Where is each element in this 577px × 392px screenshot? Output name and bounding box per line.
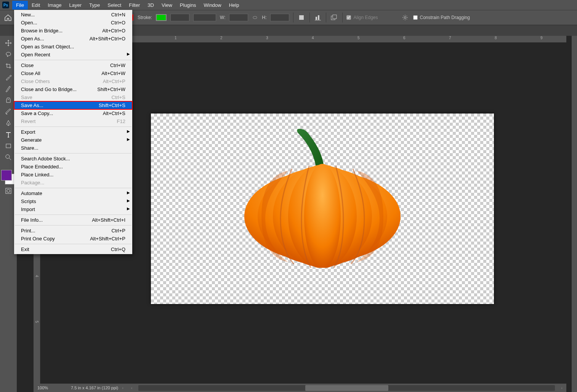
brush-tool[interactable] <box>2 84 14 94</box>
submenu-arrow-icon: ▶ <box>127 52 130 56</box>
menu-item-browse-in-bridge[interactable]: Browse in Bridge...Alt+Ctrl+O <box>14 27 132 35</box>
chevron-right-icon[interactable]: › <box>118 386 127 390</box>
svg-point-6 <box>404 17 406 19</box>
chevron-left-icon[interactable]: ‹ <box>127 386 136 390</box>
menu-item-open-as[interactable]: Open As...Alt+Shift+Ctrl+O <box>14 35 132 43</box>
menu-item-print-one-copy[interactable]: Print One CopyAlt+Shift+Ctrl+P <box>14 235 132 243</box>
svg-rect-7 <box>6 144 11 148</box>
align-edges-checkbox[interactable]: Align Edges <box>346 15 378 20</box>
submenu-arrow-icon: ▶ <box>127 190 130 195</box>
width-input[interactable] <box>229 14 248 21</box>
menu-item-import[interactable]: Import▶ <box>14 205 132 213</box>
stroke-swatch[interactable] <box>156 14 167 21</box>
menu-item-open-recent[interactable]: Open Recent▶ <box>14 51 132 59</box>
menu-item-automate[interactable]: Automate▶ <box>14 189 132 197</box>
menu-item-place-embedded[interactable]: Place Embedded... <box>14 163 132 171</box>
submenu-arrow-icon: ▶ <box>127 206 130 211</box>
menu-item-save-a-copy[interactable]: Save a Copy...Alt+Ctrl+S <box>14 109 132 117</box>
w-label: W: <box>220 15 225 20</box>
gear-icon[interactable] <box>401 14 409 21</box>
menu-item-close-and-go-to-bridge[interactable]: Close and Go to Bridge...Shift+Ctrl+W <box>14 85 132 93</box>
right-rail <box>572 36 577 392</box>
svg-rect-2 <box>318 15 319 20</box>
pen-tool[interactable] <box>2 118 14 128</box>
menu-item-file-info[interactable]: File Info...Alt+Shift+Ctrl+I <box>14 216 132 224</box>
zoom-level[interactable]: 100% <box>34 386 64 390</box>
menu-layer[interactable]: Layer <box>66 1 86 10</box>
svg-point-11 <box>7 189 10 192</box>
svg-rect-0 <box>299 15 304 20</box>
rectangle-tool[interactable] <box>2 141 14 151</box>
menu-item-open-as-smart-object[interactable]: Open as Smart Object... <box>14 43 132 51</box>
menu-edit[interactable]: Edit <box>28 1 44 10</box>
menu-filter[interactable]: Filter <box>125 1 144 10</box>
submenu-arrow-icon: ▶ <box>127 129 130 133</box>
menu-item-new[interactable]: New...Ctrl+N <box>14 11 132 19</box>
height-input[interactable] <box>270 14 289 21</box>
crop-tool[interactable] <box>2 61 14 71</box>
clone-tool[interactable] <box>2 95 14 105</box>
menu-3d[interactable]: 3D <box>144 1 158 10</box>
type-tool[interactable] <box>2 130 14 139</box>
svg-rect-1 <box>316 17 317 20</box>
arrange-icon[interactable] <box>330 14 338 21</box>
menu-item-close[interactable]: CloseCtrl+W <box>14 61 132 69</box>
stroke-label: Stroke: <box>138 15 152 20</box>
align-icon[interactable] <box>314 14 322 21</box>
gradient-tool[interactable] <box>2 107 14 117</box>
menubar: Ps FileEditImageLayerTypeSelectFilter3DV… <box>0 0 577 10</box>
menu-item-open[interactable]: Open...Ctrl+O <box>14 19 132 27</box>
app-logo: Ps <box>2 2 9 8</box>
menu-item-save-as[interactable]: Save As...Shift+Ctrl+S <box>14 101 132 109</box>
document-canvas[interactable] <box>151 114 494 304</box>
path-ops-icon[interactable] <box>297 14 306 21</box>
file-menu-dropdown: New...Ctrl+NOpen...Ctrl+OBrowse in Bridg… <box>14 10 132 254</box>
svg-point-8 <box>6 155 10 158</box>
menu-type[interactable]: Type <box>85 1 104 10</box>
svg-rect-10 <box>6 188 11 194</box>
foreground-color[interactable] <box>1 170 12 181</box>
menu-item-exit[interactable]: ExitCtrl+Q <box>14 245 132 253</box>
menu-item-export[interactable]: Export▶ <box>14 128 132 136</box>
pumpkin-artwork <box>239 127 406 268</box>
menu-item-generate[interactable]: Generate▶ <box>14 136 132 144</box>
horizontal-scrollbar[interactable] <box>138 385 555 391</box>
link-icon[interactable] <box>252 15 258 20</box>
svg-rect-5 <box>333 15 337 19</box>
menu-item-close-all[interactable]: Close AllAlt+Ctrl+W <box>14 69 132 77</box>
svg-line-9 <box>9 158 11 160</box>
stroke-style-dropdown[interactable] <box>193 14 216 21</box>
move-tool[interactable] <box>2 38 14 48</box>
stroke-width-input[interactable] <box>170 14 189 21</box>
status-bar: 100% 7.5 in x 4.167 in (120 ppi) › ‹ › <box>34 384 566 392</box>
menu-help[interactable]: Help <box>225 1 243 10</box>
menu-item-search-adobe-stock[interactable]: Search Adobe Stock... <box>14 155 132 163</box>
document-info[interactable]: 7.5 in x 4.167 in (120 ppi) <box>64 386 118 390</box>
menu-item-scripts[interactable]: Scripts▶ <box>14 197 132 205</box>
home-icon[interactable] <box>4 14 12 21</box>
menu-view[interactable]: View <box>158 1 176 10</box>
menu-file[interactable]: File <box>12 1 28 10</box>
submenu-arrow-icon: ▶ <box>127 137 130 141</box>
menu-item-place-linked[interactable]: Place Linked... <box>14 171 132 179</box>
menu-item-close-others: Close OthersAlt+Ctrl+P <box>14 77 132 85</box>
menu-plugins[interactable]: Plugins <box>176 1 200 10</box>
menu-item-package: Package... <box>14 179 132 187</box>
menu-item-revert: RevertF12 <box>14 117 132 125</box>
quickmask-tool[interactable] <box>2 186 14 196</box>
h-label: H: <box>262 15 266 20</box>
eyedropper-tool[interactable] <box>2 72 14 82</box>
menu-item-print[interactable]: Print...Ctrl+P <box>14 227 132 235</box>
menu-select[interactable]: Select <box>104 1 125 10</box>
menu-window[interactable]: Window <box>200 1 225 10</box>
menu-item-share[interactable]: Share... <box>14 144 132 152</box>
lasso-tool[interactable] <box>2 50 14 59</box>
menu-item-save: SaveCtrl+S <box>14 93 132 101</box>
svg-point-16 <box>304 164 341 268</box>
constrain-checkbox[interactable]: Constrain Path Dragging <box>413 15 470 20</box>
menu-image[interactable]: Image <box>44 1 65 10</box>
submenu-arrow-icon: ▶ <box>127 198 130 203</box>
zoom-tool[interactable] <box>2 152 14 162</box>
